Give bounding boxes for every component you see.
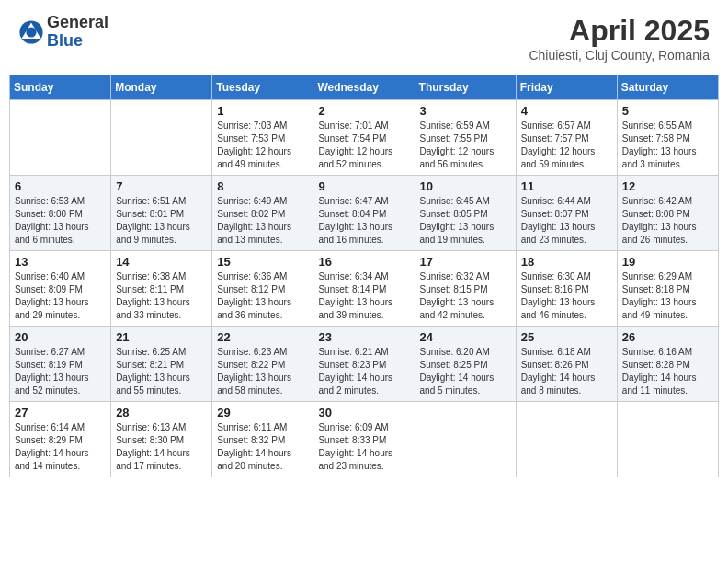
- calendar-week-3: 13Sunrise: 6:40 AMSunset: 8:09 PMDayligh…: [10, 251, 719, 327]
- day-info: Sunrise: 6:49 AMSunset: 8:02 PMDaylight:…: [217, 195, 308, 247]
- day-number: 5: [622, 104, 713, 118]
- day-number: 7: [116, 179, 207, 193]
- calendar-week-1: 1Sunrise: 7:03 AMSunset: 7:53 PMDaylight…: [10, 100, 719, 176]
- calendar-cell: 2Sunrise: 7:01 AMSunset: 7:54 PMDaylight…: [313, 100, 415, 176]
- title-section: April 2025 Chiuiesti, Cluj County, Roman…: [529, 14, 710, 63]
- day-info: Sunrise: 6:29 AMSunset: 8:18 PMDaylight:…: [622, 270, 713, 322]
- header-day-wednesday: Wednesday: [313, 75, 415, 100]
- day-number: 11: [521, 179, 612, 193]
- calendar-cell: 16Sunrise: 6:34 AMSunset: 8:14 PMDayligh…: [313, 251, 415, 327]
- calendar-week-2: 6Sunrise: 6:53 AMSunset: 8:00 PMDaylight…: [10, 176, 719, 251]
- logo-blue-label: Blue: [47, 32, 108, 51]
- day-number: 21: [116, 330, 207, 344]
- day-number: 25: [521, 330, 612, 344]
- calendar-cell: 21Sunrise: 6:25 AMSunset: 8:21 PMDayligh…: [111, 327, 212, 402]
- day-info: Sunrise: 6:55 AMSunset: 7:58 PMDaylight:…: [622, 120, 713, 171]
- day-info: Sunrise: 6:47 AMSunset: 8:04 PMDaylight:…: [318, 195, 409, 247]
- header-day-thursday: Thursday: [415, 75, 516, 100]
- calendar-cell: 29Sunrise: 6:11 AMSunset: 8:32 PMDayligh…: [212, 402, 313, 477]
- header-row: SundayMondayTuesdayWednesdayThursdayFrid…: [10, 75, 719, 100]
- calendar-week-4: 20Sunrise: 6:27 AMSunset: 8:19 PMDayligh…: [10, 327, 719, 402]
- calendar-cell: 22Sunrise: 6:23 AMSunset: 8:22 PMDayligh…: [212, 327, 313, 402]
- day-number: 15: [217, 255, 308, 269]
- calendar-cell: 27Sunrise: 6:14 AMSunset: 8:29 PMDayligh…: [10, 402, 111, 477]
- day-number: 23: [318, 330, 409, 344]
- day-info: Sunrise: 6:45 AMSunset: 8:05 PMDaylight:…: [420, 195, 511, 247]
- day-number: 18: [521, 255, 612, 269]
- logo-icon: [18, 19, 44, 45]
- calendar-cell: 12Sunrise: 6:42 AMSunset: 8:08 PMDayligh…: [617, 176, 718, 251]
- header-day-sunday: Sunday: [10, 75, 111, 100]
- day-info: Sunrise: 6:23 AMSunset: 8:22 PMDaylight:…: [217, 346, 308, 397]
- calendar-cell: 5Sunrise: 6:55 AMSunset: 7:58 PMDaylight…: [617, 100, 718, 176]
- calendar-cell: [111, 100, 212, 176]
- calendar-cell: 17Sunrise: 6:32 AMSunset: 8:15 PMDayligh…: [415, 251, 516, 327]
- day-info: Sunrise: 6:53 AMSunset: 8:00 PMDaylight:…: [15, 195, 106, 247]
- svg-point-2: [26, 27, 36, 37]
- day-number: 6: [15, 179, 106, 193]
- calendar-week-5: 27Sunrise: 6:14 AMSunset: 8:29 PMDayligh…: [10, 402, 719, 477]
- calendar-cell: 25Sunrise: 6:18 AMSunset: 8:26 PMDayligh…: [516, 327, 617, 402]
- day-number: 12: [622, 179, 713, 193]
- month-title: April 2025: [529, 14, 710, 48]
- day-number: 14: [116, 255, 207, 269]
- calendar-cell: 7Sunrise: 6:51 AMSunset: 8:01 PMDaylight…: [111, 176, 212, 251]
- calendar-cell: 20Sunrise: 6:27 AMSunset: 8:19 PMDayligh…: [10, 327, 111, 402]
- calendar-cell: 24Sunrise: 6:20 AMSunset: 8:25 PMDayligh…: [415, 327, 516, 402]
- day-info: Sunrise: 6:20 AMSunset: 8:25 PMDaylight:…: [420, 346, 511, 397]
- day-number: 2: [318, 104, 409, 118]
- day-info: Sunrise: 6:44 AMSunset: 8:07 PMDaylight:…: [521, 195, 612, 247]
- day-number: 16: [318, 255, 409, 269]
- day-info: Sunrise: 7:01 AMSunset: 7:54 PMDaylight:…: [318, 120, 409, 171]
- day-info: Sunrise: 7:03 AMSunset: 7:53 PMDaylight:…: [217, 120, 308, 171]
- calendar-cell: 30Sunrise: 6:09 AMSunset: 8:33 PMDayligh…: [313, 402, 415, 477]
- calendar-cell: [516, 402, 617, 477]
- calendar-cell: 4Sunrise: 6:57 AMSunset: 7:57 PMDaylight…: [516, 100, 617, 176]
- day-info: Sunrise: 6:09 AMSunset: 8:33 PMDaylight:…: [318, 421, 409, 473]
- day-info: Sunrise: 6:34 AMSunset: 8:14 PMDaylight:…: [318, 270, 409, 322]
- calendar-cell: 3Sunrise: 6:59 AMSunset: 7:55 PMDaylight…: [415, 100, 516, 176]
- day-number: 3: [420, 104, 511, 118]
- day-info: Sunrise: 6:27 AMSunset: 8:19 PMDaylight:…: [15, 346, 106, 397]
- calendar-cell: 15Sunrise: 6:36 AMSunset: 8:12 PMDayligh…: [212, 251, 313, 327]
- day-number: 26: [622, 330, 713, 344]
- day-info: Sunrise: 6:32 AMSunset: 8:15 PMDaylight:…: [420, 270, 511, 322]
- day-info: Sunrise: 6:51 AMSunset: 8:01 PMDaylight:…: [116, 195, 207, 247]
- day-number: 24: [420, 330, 511, 344]
- day-info: Sunrise: 6:16 AMSunset: 8:28 PMDaylight:…: [622, 346, 713, 397]
- location-label: Chiuiesti, Cluj County, Romania: [529, 48, 710, 63]
- day-info: Sunrise: 6:42 AMSunset: 8:08 PMDaylight:…: [622, 195, 713, 247]
- day-info: Sunrise: 6:13 AMSunset: 8:30 PMDaylight:…: [116, 421, 207, 473]
- calendar-cell: 6Sunrise: 6:53 AMSunset: 8:00 PMDaylight…: [10, 176, 111, 251]
- day-number: 8: [217, 179, 308, 193]
- day-info: Sunrise: 6:30 AMSunset: 8:16 PMDaylight:…: [521, 270, 612, 322]
- page-header: General Blue April 2025 Chiuiesti, Cluj …: [9, 9, 719, 67]
- day-number: 22: [217, 330, 308, 344]
- calendar-cell: 26Sunrise: 6:16 AMSunset: 8:28 PMDayligh…: [617, 327, 718, 402]
- day-number: 27: [15, 406, 106, 419]
- header-day-monday: Monday: [111, 75, 212, 100]
- calendar-cell: 19Sunrise: 6:29 AMSunset: 8:18 PMDayligh…: [617, 251, 718, 327]
- logo-text: General Blue: [47, 14, 108, 51]
- calendar-cell: 1Sunrise: 7:03 AMSunset: 7:53 PMDaylight…: [212, 100, 313, 176]
- day-info: Sunrise: 6:40 AMSunset: 8:09 PMDaylight:…: [15, 270, 106, 322]
- day-number: 10: [420, 179, 511, 193]
- day-info: Sunrise: 6:36 AMSunset: 8:12 PMDaylight:…: [217, 270, 308, 322]
- calendar-cell: [10, 100, 111, 176]
- day-number: 4: [521, 104, 612, 118]
- day-number: 28: [116, 406, 207, 419]
- day-number: 30: [318, 406, 409, 419]
- day-info: Sunrise: 6:14 AMSunset: 8:29 PMDaylight:…: [15, 421, 106, 473]
- calendar-cell: 28Sunrise: 6:13 AMSunset: 8:30 PMDayligh…: [111, 402, 212, 477]
- header-day-tuesday: Tuesday: [212, 75, 313, 100]
- day-number: 1: [217, 104, 308, 118]
- calendar-cell: 8Sunrise: 6:49 AMSunset: 8:02 PMDaylight…: [212, 176, 313, 251]
- calendar-cell: 9Sunrise: 6:47 AMSunset: 8:04 PMDaylight…: [313, 176, 415, 251]
- calendar-body: 1Sunrise: 7:03 AMSunset: 7:53 PMDaylight…: [10, 100, 719, 477]
- calendar-cell: [415, 402, 516, 477]
- day-number: 17: [420, 255, 511, 269]
- day-info: Sunrise: 6:18 AMSunset: 8:26 PMDaylight:…: [521, 346, 612, 397]
- day-number: 20: [15, 330, 106, 344]
- day-info: Sunrise: 6:59 AMSunset: 7:55 PMDaylight:…: [420, 120, 511, 171]
- day-info: Sunrise: 6:57 AMSunset: 7:57 PMDaylight:…: [521, 120, 612, 171]
